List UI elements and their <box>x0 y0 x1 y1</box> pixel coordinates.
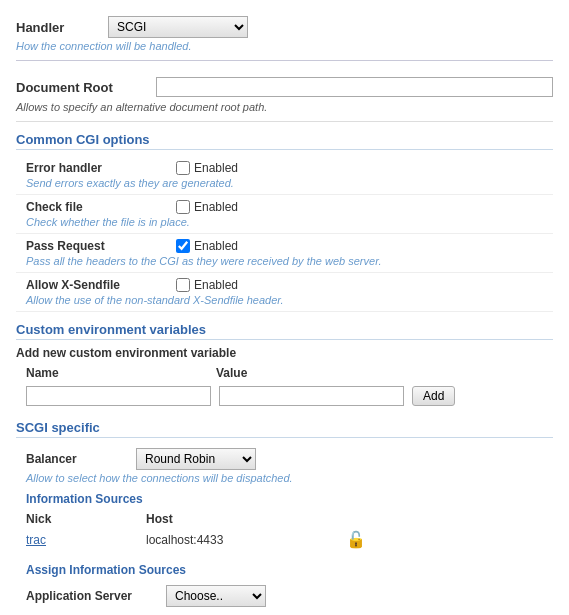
assign-label: Application Server <box>26 589 166 603</box>
document-root-label: Document Root <box>16 80 156 95</box>
env-add-button[interactable]: Add <box>412 386 455 406</box>
handler-row: Handler SCGI FastCGI Proxy Static <box>16 10 553 40</box>
cgi-error-handler-label: Error handler <box>26 161 176 175</box>
document-root-row: Document Root <box>16 69 553 101</box>
common-cgi-title: Common CGI options <box>16 132 553 150</box>
assign-title: Assign Information Sources <box>26 563 553 577</box>
cgi-allow-xsendfile-checkbox[interactable] <box>176 278 190 292</box>
cgi-error-handler-enabled[interactable]: Enabled <box>176 161 238 175</box>
info-sources-header: Nick Host <box>26 510 553 528</box>
balancer-label: Balancer <box>26 452 136 466</box>
document-root-description: Allows to specify an alternative documen… <box>16 101 553 122</box>
env-name-input[interactable] <box>26 386 211 406</box>
custom-env-add-label: Add new custom environment variable <box>16 346 553 360</box>
info-col-host: Host <box>146 512 346 526</box>
balancer-desc: Allow to select how the connections will… <box>16 472 553 484</box>
cgi-allow-xsendfile-desc: Allow the use of the non-standard X-Send… <box>26 294 553 306</box>
cgi-options: Error handler Enabled Send errors exactl… <box>16 156 553 312</box>
cgi-check-file-checkbox[interactable] <box>176 200 190 214</box>
handler-description: How the connection will be handled. <box>16 40 553 61</box>
cgi-check-file-desc: Check whether the file is in place. <box>26 216 553 228</box>
balancer-row: Balancer Round Robin IP Hash Least Conne… <box>16 444 553 472</box>
assign-section: Assign Information Sources Application S… <box>16 563 553 611</box>
cgi-row-allow-xsendfile: Allow X-Sendfile Enabled Allow the use o… <box>16 273 553 312</box>
cgi-error-handler-desc: Send errors exactly as they are generate… <box>26 177 553 189</box>
cgi-allow-xsendfile-label: Allow X-Sendfile <box>26 278 176 292</box>
assign-select[interactable]: Choose.. trac <box>166 585 266 607</box>
cgi-pass-request-checkbox[interactable] <box>176 239 190 253</box>
env-table-header: Name Value <box>16 364 553 382</box>
assign-row: Application Server Choose.. trac <box>16 581 553 611</box>
custom-env-section: Custom environment variables Add new cus… <box>16 322 553 410</box>
cgi-check-file-enabled-label: Enabled <box>194 200 238 214</box>
scgi-section: SCGI specific Balancer Round Robin IP Ha… <box>16 420 553 611</box>
cgi-error-handler-checkbox[interactable] <box>176 161 190 175</box>
document-root-input[interactable] <box>156 77 553 97</box>
custom-env-title: Custom environment variables <box>16 322 553 340</box>
info-data-row: trac localhost:4433 🔓 <box>26 528 553 551</box>
cgi-row-error-handler: Error handler Enabled Send errors exactl… <box>16 156 553 195</box>
delete-icon[interactable]: 🔓 <box>346 530 366 549</box>
handler-select[interactable]: SCGI FastCGI Proxy Static <box>108 16 248 38</box>
info-nick-value[interactable]: trac <box>26 533 146 547</box>
env-value-input[interactable] <box>219 386 404 406</box>
handler-label: Handler <box>16 20 96 35</box>
cgi-pass-request-enabled[interactable]: Enabled <box>176 239 238 253</box>
info-sources-table: Nick Host trac localhost:4433 🔓 <box>26 510 553 551</box>
info-host-value: localhost:4433 <box>146 533 346 547</box>
cgi-row-check-file: Check file Enabled Check whether the fil… <box>16 195 553 234</box>
balancer-select[interactable]: Round Robin IP Hash Least Connections <box>136 448 256 470</box>
env-col-value: Value <box>216 366 416 380</box>
info-col-nick: Nick <box>26 512 146 526</box>
cgi-pass-request-desc: Pass all the headers to the CGI as they … <box>26 255 553 267</box>
cgi-error-handler-enabled-label: Enabled <box>194 161 238 175</box>
cgi-allow-xsendfile-enabled-label: Enabled <box>194 278 238 292</box>
scgi-title: SCGI specific <box>16 420 553 438</box>
cgi-check-file-label: Check file <box>26 200 176 214</box>
cgi-allow-xsendfile-enabled[interactable]: Enabled <box>176 278 238 292</box>
cgi-pass-request-enabled-label: Enabled <box>194 239 238 253</box>
cgi-pass-request-label: Pass Request <box>26 239 176 253</box>
env-col-name: Name <box>16 366 216 380</box>
cgi-check-file-enabled[interactable]: Enabled <box>176 200 238 214</box>
info-sources-title: Information Sources <box>26 492 553 506</box>
env-input-row: Add <box>16 382 553 410</box>
cgi-row-pass-request: Pass Request Enabled Pass all the header… <box>16 234 553 273</box>
